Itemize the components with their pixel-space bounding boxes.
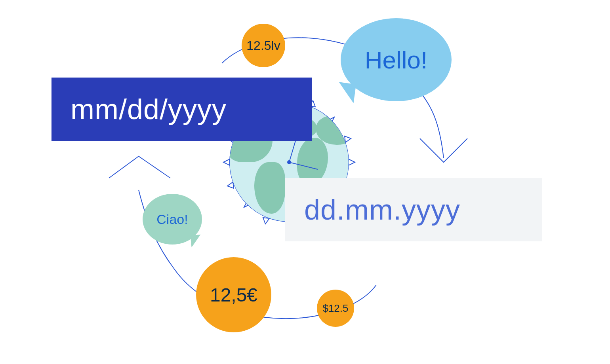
localization-diagram: mm/dd/yyyy dd.mm.yyyy Hello! Ciao! 12.5l… xyxy=(0,0,610,364)
greeting-english-label: Hello! xyxy=(365,46,428,74)
currency-usd-badge: $12.5 xyxy=(317,290,354,327)
date-format-us-box: mm/dd/yyyy xyxy=(51,78,312,141)
date-format-eu-label: dd.mm.yyyy xyxy=(304,193,460,226)
currency-eur-label: 12,5€ xyxy=(210,284,257,306)
greeting-english-bubble: Hello! xyxy=(341,18,452,101)
currency-eur-badge: 12,5€ xyxy=(196,257,271,332)
currency-usd-label: $12.5 xyxy=(322,302,348,315)
greeting-italian-bubble: Ciao! xyxy=(143,194,202,245)
greeting-italian-label: Ciao! xyxy=(156,212,188,227)
currency-bgn-badge: 12.5lv xyxy=(242,24,285,67)
date-format-eu-box: dd.mm.yyyy xyxy=(285,178,542,241)
currency-bgn-label: 12.5lv xyxy=(246,38,280,53)
date-format-us-label: mm/dd/yyyy xyxy=(71,93,227,125)
